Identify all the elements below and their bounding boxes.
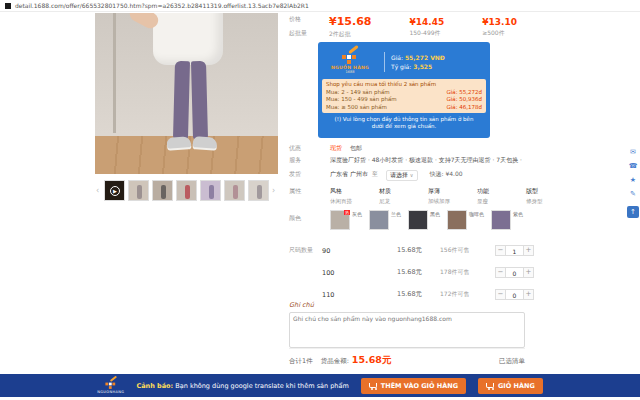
color-options-row: 颜色 热 灰色 兰色 黑色 咖啡色 紫色 (289, 210, 530, 230)
photo-doorframe (113, 13, 116, 133)
photo-white-top (153, 13, 223, 65)
attributes-row: 属性 风格休闲百搭 材质尼龙 厚薄加绒加厚 功能显瘦 版型修身型 (289, 187, 575, 205)
color-option[interactable]: 紫色 (491, 210, 523, 230)
sku-price: 15.68元 (397, 268, 440, 277)
attribute-item: 版型修身型 (526, 187, 575, 205)
sku-label: 尺码数量 (289, 246, 322, 255)
chat-icon[interactable]: ✉ (630, 148, 636, 157)
gallery-thumb[interactable] (176, 180, 197, 201)
moq-label: 起批量 (289, 29, 329, 38)
hot-badge: 热 (344, 210, 350, 215)
service-text: 深度验厂好货 · 48小时发货 · 极速退款 · 支持7天无理由退货 · 7天包… (330, 156, 575, 164)
translate-warning: Cảnh báo: Bạn không dùng google translat… (136, 382, 348, 390)
cart-button[interactable]: GIỎ HÀNG (478, 378, 543, 394)
tier-line-2: Mua: 150 - 499 sản phẩmGiá: 50,936đ (326, 96, 482, 104)
product-main-image[interactable] (95, 13, 278, 174)
extension-bottom-bar: NGUONHANG Cảnh báo: Bạn không dùng googl… (0, 374, 640, 397)
thumb-figure (137, 185, 142, 199)
tier-line-3: Mua: ≥ 500 sản phẩmGiá: 46,178đ (326, 104, 482, 112)
extension-tier-box: Shop yêu cầu mua tối thiểu 2 sản phẩm Mu… (322, 79, 486, 113)
tier-condition: ≥500件 (482, 29, 517, 38)
delivery-row: 发货 广东省 广州市 至 请选择 ∨ 快递: ¥4.00 (289, 170, 463, 181)
color-option[interactable]: 咖啡色 (447, 210, 484, 230)
gallery-thumbnails: ‹ ▶ › (96, 178, 282, 202)
thumb-figure (185, 185, 190, 199)
ship-from: 广东省 广州市 (330, 170, 368, 179)
express-fee: 快递: ¥4.00 (430, 170, 463, 179)
note-label: Ghi chú (289, 301, 525, 309)
tier-condition: 2件起批 (329, 30, 371, 39)
sku-stock: 178件可售 (440, 268, 495, 277)
phone-icon[interactable]: ☎ (629, 162, 638, 171)
sku-row-100: 100 15.68元 178件可售 − 0 + (289, 267, 534, 278)
gallery-thumb[interactable] (152, 180, 173, 201)
attribute-item: 风格休闲百搭 (330, 187, 379, 205)
photo-sneaker-left (167, 136, 192, 149)
extension-brand-sub: 1688 (346, 70, 355, 74)
tier-price: ¥15.68 (329, 15, 371, 28)
attribute-item: 厚薄加绒加厚 (428, 187, 477, 205)
gallery-thumb[interactable] (200, 180, 221, 201)
gallery-thumb[interactable] (248, 180, 269, 201)
qty-input[interactable]: 1 (506, 245, 523, 256)
sku-stock: 156件可售 (440, 246, 495, 255)
promo-row: 优惠 现货 包邮 (289, 144, 362, 153)
price-tier-1: ¥15.68 2件起批 (329, 15, 371, 39)
extension-logo-icon (342, 50, 358, 64)
destination-select[interactable]: 请选择 ∨ (386, 170, 418, 181)
qty-minus-button[interactable]: − (495, 289, 506, 300)
color-option[interactable]: 兰色 (369, 210, 401, 230)
sku-row-110: 110 15.68元 172件可售 − 0 + (289, 289, 534, 300)
photo-sneaker-right (193, 136, 218, 149)
converted-price-value: 55,272 VNĐ (405, 54, 445, 61)
bottom-bar-logo-icon (105, 379, 116, 389)
extension-price-panel: NGUỒN HÀNG 1688 Giá: 55,272 VNĐ Tỷ giá: … (318, 42, 490, 138)
gallery-thumb[interactable] (224, 180, 245, 201)
exchange-rate-line: Tỷ giá: 3,525 (391, 62, 445, 71)
browser-url-bar[interactable]: detail.1688.com/offer/665532801750.htm?s… (0, 0, 640, 12)
color-option[interactable]: 热 灰色 (330, 210, 362, 230)
sku-size: 90 (322, 247, 397, 255)
sku-size: 110 (322, 291, 397, 299)
feedback-icon[interactable]: ✎ (630, 190, 636, 199)
sku-row-90: 尺码数量 90 15.68元 156件可售 − 1 + (289, 245, 534, 256)
page-url: detail.1688.com/offer/665532801750.htm?s… (15, 2, 309, 9)
favorite-icon[interactable]: ★ (630, 176, 636, 185)
gallery-thumb[interactable] (128, 180, 149, 201)
tier-condition: 150-499件 (409, 29, 444, 38)
price-tier-2: ¥14.45 150-499件 (409, 15, 444, 39)
exchange-rate-value: 3,525 (413, 63, 432, 70)
qty-minus-button[interactable]: − (495, 245, 506, 256)
sku-stock: 172件可售 (440, 290, 495, 299)
summary-amount: 15.68元 (352, 354, 392, 367)
gallery-thumb-video[interactable]: ▶ (104, 180, 125, 201)
qty-plus-button[interactable]: + (523, 267, 534, 278)
color-label: 颜色 (289, 214, 330, 223)
note-textarea[interactable] (289, 312, 525, 348)
thumb-figure (161, 185, 166, 199)
photo-legging-right (191, 61, 208, 139)
qty-minus-button[interactable]: − (495, 267, 506, 278)
play-icon: ▶ (110, 186, 120, 196)
divider (384, 52, 385, 72)
sku-price: 15.68元 (397, 246, 440, 255)
chevron-down-icon: ∨ (410, 172, 414, 178)
gallery-next-icon[interactable]: › (272, 186, 277, 195)
attributes-label: 属性 (289, 187, 330, 205)
gallery-prev-icon[interactable]: ‹ (96, 186, 101, 195)
service-row: 服务 深度验厂好货 · 48小时发货 · 极速退款 · 支持7天无理由退货 · … (289, 156, 575, 165)
ship-to-label: 至 (372, 170, 378, 179)
color-option[interactable]: 黑色 (408, 210, 440, 230)
add-to-cart-button[interactable]: THÊM VÀO GIỎ HÀNG (361, 378, 466, 394)
qty-plus-button[interactable]: + (523, 245, 534, 256)
promo-label: 优惠 (289, 144, 330, 153)
back-to-top-button[interactable]: ↑ (627, 206, 639, 218)
extension-notice: (!) Vui lòng chọn đầy đủ thông tin sản p… (322, 116, 486, 130)
qty-plus-button[interactable]: + (523, 289, 534, 300)
qty-input[interactable]: 0 (506, 267, 523, 278)
price-section: 价格 起批量 ¥15.68 2件起批 ¥14.45 150-499件 ¥13.1… (289, 15, 555, 39)
selected-list-link[interactable]: 已选清单 (499, 357, 525, 366)
summary-count: 合计1件 (289, 357, 313, 366)
attribute-item: 功能显瘦 (477, 187, 526, 205)
qty-input[interactable]: 0 (506, 289, 523, 300)
